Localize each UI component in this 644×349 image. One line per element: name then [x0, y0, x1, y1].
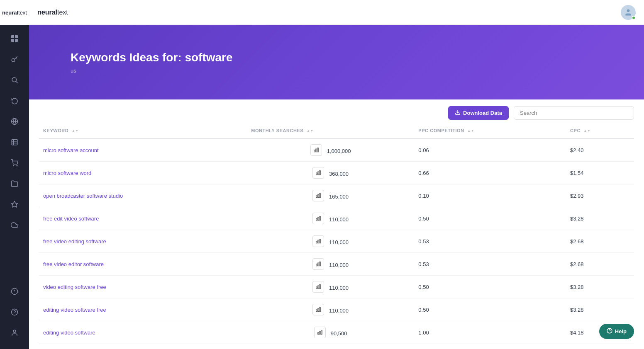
svg-rect-33	[316, 218, 317, 221]
ppc-competition-value: 0.50	[414, 298, 566, 321]
magic-icon	[11, 201, 18, 210]
svg-rect-40	[318, 263, 319, 266]
sidebar-item-key[interactable]	[0, 50, 29, 70]
ppc-competition-value: 1.00	[414, 321, 566, 344]
monthly-searches-value: 110,000	[329, 308, 349, 314]
keyword-cell[interactable]: free video editor software	[39, 253, 247, 276]
avatar-online-dot	[632, 16, 636, 20]
sidebar-nav	[0, 25, 29, 282]
monthly-searches-value: 110,000	[329, 285, 349, 291]
svg-rect-34	[318, 217, 319, 221]
keyword-cell[interactable]: video editing software free	[39, 276, 247, 298]
table-icon	[11, 138, 18, 148]
sidebar: neuraltext	[0, 0, 29, 349]
svg-rect-44	[320, 285, 320, 289]
user-icon	[11, 329, 18, 339]
sidebar-item-magic[interactable]	[0, 195, 29, 216]
svg-rect-38	[320, 239, 320, 243]
sort-ppc-icon[interactable]: ▲▼	[467, 129, 474, 133]
chart-icon[interactable]	[312, 235, 324, 247]
monthly-searches-value: 90,500	[331, 330, 347, 337]
sidebar-item-history[interactable]	[0, 91, 29, 112]
monthly-searches-value: 165,000	[329, 194, 349, 200]
monthly-searches-value: 110,000	[329, 216, 349, 223]
cpc-value: $1.54	[566, 162, 634, 184]
col-keyword: KEYWORD ▲▼	[39, 123, 247, 138]
col-cpc: CPC ▲▼	[566, 123, 634, 138]
keyword-cell[interactable]: free edit video software	[39, 207, 247, 230]
chart-icon[interactable]	[312, 281, 324, 293]
sort-keyword-icon[interactable]: ▲▼	[72, 129, 79, 133]
ppc-competition-value: 0.66	[414, 162, 566, 184]
svg-rect-50	[321, 330, 322, 334]
sidebar-item-cart[interactable]	[0, 153, 29, 174]
sidebar-item-info[interactable]	[0, 282, 29, 303]
avatar[interactable]	[621, 5, 636, 20]
chart-icon[interactable]	[312, 190, 324, 201]
keyword-cell[interactable]: micro software word	[39, 162, 247, 184]
sidebar-item-folder[interactable]	[0, 174, 29, 195]
cloud-icon	[11, 221, 18, 231]
sidebar-item-table[interactable]	[0, 133, 29, 153]
chart-icon[interactable]	[312, 304, 324, 315]
sidebar-item-search[interactable]	[0, 70, 29, 91]
table-row: free video editing software 110,000 0.53…	[39, 230, 634, 253]
sidebar-item-help[interactable]	[0, 303, 29, 323]
toolbar: Download Data	[29, 99, 644, 123]
cpc-value: $2.68	[566, 253, 634, 276]
svg-rect-30	[316, 196, 317, 198]
hero-banner: Keywords Ideas for: software us	[29, 25, 644, 99]
monthly-searches-chart-col: 165,000	[247, 184, 414, 207]
chart-icon[interactable]	[312, 167, 324, 179]
table-row: video editing software free 110,000 0.50…	[39, 276, 634, 298]
info-icon	[11, 288, 18, 297]
svg-rect-48	[318, 332, 319, 334]
help-circle-icon	[11, 308, 18, 318]
sort-monthly-icon[interactable]: ▲▼	[307, 129, 314, 133]
keyword-cell[interactable]: free video editing software	[39, 230, 247, 253]
chart-icon[interactable]	[312, 213, 324, 224]
keyword-cell[interactable]: editing video software	[39, 321, 247, 344]
svg-rect-1	[15, 35, 18, 38]
help-question-icon	[607, 328, 612, 335]
keyword-cell[interactable]: open broadcaster software studio	[39, 184, 247, 207]
svg-rect-26	[317, 148, 318, 152]
topbar-logo: neuraltext	[37, 9, 68, 16]
svg-rect-37	[318, 240, 319, 243]
chart-icon[interactable]	[310, 144, 322, 156]
chart-icon[interactable]	[314, 327, 326, 338]
sidebar-item-dashboard[interactable]	[0, 29, 29, 50]
svg-rect-2	[11, 39, 14, 42]
keyword-cell[interactable]: editing video software free	[39, 298, 247, 321]
ppc-competition-value: 0.50	[414, 207, 566, 230]
sort-cpc-icon[interactable]: ▲▼	[584, 129, 591, 133]
keyword-cell[interactable]: micro software account	[39, 138, 247, 162]
svg-rect-36	[316, 241, 317, 243]
search-icon	[11, 76, 18, 86]
svg-line-6	[16, 81, 17, 83]
svg-rect-29	[320, 171, 320, 175]
svg-rect-25	[316, 149, 317, 152]
monthly-searches-chart-col: 90,500	[247, 321, 414, 344]
keywords-table: KEYWORD ▲▼ MONTHLY SEARCHES ▲▼ PPC COMPE…	[39, 123, 634, 344]
svg-rect-32	[320, 194, 320, 198]
monthly-searches-value: 1,000,000	[327, 148, 351, 154]
cart-icon	[11, 159, 18, 169]
topbar: neuraltext	[29, 0, 644, 25]
globe-icon	[11, 118, 18, 127]
svg-rect-41	[320, 262, 320, 266]
sidebar-item-cloud[interactable]	[0, 216, 29, 236]
sidebar-item-globe[interactable]	[0, 112, 29, 133]
ppc-competition-value: 0.50	[414, 276, 566, 298]
monthly-searches-chart-col: 110,000	[247, 207, 414, 230]
chart-icon[interactable]	[312, 258, 324, 270]
sidebar-item-user[interactable]	[0, 323, 29, 344]
cpc-value: $3.28	[566, 298, 634, 321]
monthly-searches-chart-col: 110,000	[247, 276, 414, 298]
search-input[interactable]	[514, 106, 634, 120]
cpc-value: $2.40	[566, 138, 634, 162]
cpc-value: $2.68	[566, 230, 634, 253]
help-button[interactable]: Help	[599, 324, 634, 339]
table-row: free video editor software 110,000 0.53 …	[39, 253, 634, 276]
download-data-button[interactable]: Download Data	[448, 106, 509, 120]
